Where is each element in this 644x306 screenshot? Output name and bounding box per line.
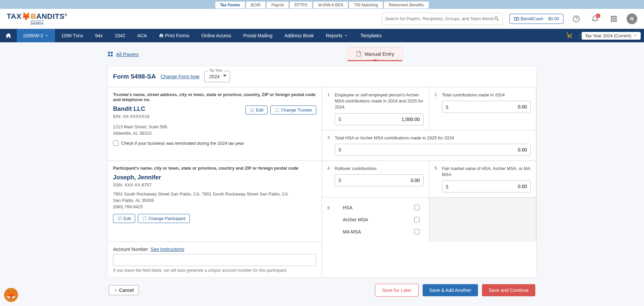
help-icon xyxy=(573,15,580,23)
nav-item-address-book[interactable]: Address Book xyxy=(278,29,320,42)
save-for-later-button[interactable]: Save for Later xyxy=(375,284,419,297)
account-helper: If you leave the field blank, we will au… xyxy=(113,268,316,273)
box-5-input[interactable]: $ xyxy=(442,180,531,192)
home-icon xyxy=(5,32,12,39)
edit-participant-button[interactable]: Edit xyxy=(113,214,135,223)
form-card: Form 5498-SA Change Form type Tax Year 2… xyxy=(107,66,537,278)
svg-point-4 xyxy=(613,16,614,17)
notification-button[interactable]: 1 xyxy=(589,13,601,25)
top-tab-retirement-benefits[interactable]: Retirement Benefits xyxy=(384,1,429,8)
chevron-down-icon xyxy=(44,33,49,38)
nav-item-online-access[interactable]: Online Access xyxy=(195,29,237,42)
ma-msa-checkbox[interactable] xyxy=(414,229,420,234)
top-tab-boir[interactable]: BOIR xyxy=(246,1,266,8)
bandit-cash[interactable]: BanditCash: $0.00 xyxy=(509,14,564,24)
nav-item-reports[interactable]: Reports xyxy=(320,29,355,42)
nav-item-templates[interactable]: Templates xyxy=(355,29,388,42)
tax-year-selector[interactable]: Tax Year 2024 (Current) xyxy=(582,32,641,40)
nav-item-aca[interactable]: ACA xyxy=(131,29,153,42)
top-tab-strip: Tax FormsBOIRPayrollEFTPSW-9/W-8 BENTIN … xyxy=(0,0,644,9)
nav-item-1099-txns[interactable]: 1099 Txns xyxy=(55,29,89,42)
nav-divider: | xyxy=(578,33,582,38)
nav-item-postal-mailing[interactable]: Postal Mailing xyxy=(237,29,278,42)
help-button[interactable] xyxy=(570,13,582,25)
disabled-cell xyxy=(429,198,537,242)
participant-phone: (090) 768-9425 xyxy=(113,204,316,209)
empty-cell xyxy=(322,242,536,277)
svg-point-3 xyxy=(611,16,612,17)
print-icon xyxy=(159,33,164,38)
nav-item-94x[interactable]: 94x xyxy=(89,29,109,42)
account-label: Account Number xyxy=(113,247,148,252)
cart-icon xyxy=(566,32,573,39)
archer-msa-checkbox[interactable] xyxy=(414,217,420,222)
change-trustee-button[interactable]: Change Trustee xyxy=(270,105,316,115)
svg-point-5 xyxy=(615,16,617,17)
trustee-name: Bandit LLC xyxy=(113,105,149,113)
nav-home[interactable] xyxy=(0,32,17,39)
save-continue-button[interactable]: Save and Continue xyxy=(482,284,535,296)
see-instructions-link[interactable]: See Instructions xyxy=(151,247,184,252)
top-tab-payroll[interactable]: Payroll xyxy=(266,1,289,8)
edit-icon xyxy=(250,108,255,113)
all-payers-link[interactable]: All Payers xyxy=(107,51,139,57)
grid-icon xyxy=(107,51,113,57)
account-number-input[interactable] xyxy=(113,254,316,266)
cancel-button[interactable]: Cancel xyxy=(109,285,139,295)
svg-rect-12 xyxy=(108,52,110,53)
avatar[interactable]: R xyxy=(627,13,637,24)
save-add-another-button[interactable]: Save & Add Another xyxy=(423,284,478,296)
box-5: 5 Fair market value of HSA, Archer MSA, … xyxy=(429,161,537,198)
box-3: 3 Total HSA or Archer MSA contributions … xyxy=(322,130,536,161)
box-1-input[interactable]: $ xyxy=(335,113,424,125)
top-tab-tin-matching[interactable]: TIN Matching xyxy=(349,1,383,8)
search-box[interactable] xyxy=(382,13,503,25)
box-2: 2 Total contributions made in 2024 $ xyxy=(429,87,537,130)
svg-point-11 xyxy=(615,20,617,21)
chevron-down-icon xyxy=(344,33,348,38)
change-participant-button[interactable]: Change Participant xyxy=(138,214,190,223)
svg-point-1 xyxy=(516,18,517,19)
edit-trustee-button[interactable]: Edit xyxy=(246,105,268,115)
search-input[interactable] xyxy=(385,16,494,21)
apps-icon xyxy=(610,15,618,23)
box-3-input[interactable]: $ xyxy=(335,144,531,156)
trustee-ein: EIN: XX-XXXXX16 xyxy=(113,114,149,119)
participant-section: Participant's name, city or town, state … xyxy=(108,161,322,242)
participant-addr2: San Pablo, AL 35006 xyxy=(113,198,316,203)
top-tab-tax-forms[interactable]: Tax Forms xyxy=(215,1,245,8)
svg-rect-15 xyxy=(111,55,113,56)
participant-addr1: 7901 South Rockaway Street San Pablo, CA… xyxy=(113,191,316,196)
account-section: Account Number See Instructions If you l… xyxy=(108,242,322,277)
form-title: Form 5498-SA xyxy=(113,73,156,80)
svg-rect-14 xyxy=(108,55,110,56)
trustee-section: Trustee's name, street address, city or … xyxy=(108,87,322,161)
search-icon xyxy=(494,16,500,22)
nav-item-1042[interactable]: 1042 xyxy=(109,29,131,42)
nav-item-1099-w-2[interactable]: 1099/W-2 xyxy=(17,29,55,42)
top-tab-w-9-w-8-ben[interactable]: W-9/W-8 BEN xyxy=(313,1,348,8)
cash-icon xyxy=(514,16,519,21)
box-6: 6 HSA Archer MSA MA MSA xyxy=(322,198,429,242)
svg-point-8 xyxy=(615,18,617,19)
cart-button[interactable] xyxy=(561,32,578,40)
box-4: 4 Rollover contributions $ xyxy=(322,161,429,198)
main-nav: 1099/W-21099 Txns94x1042ACAPrint FormsOn… xyxy=(0,29,644,42)
swap-icon xyxy=(142,216,147,221)
change-form-type-link[interactable]: Change Form type xyxy=(161,74,200,79)
hsa-checkbox[interactable] xyxy=(414,205,420,210)
tax-year-dropdown[interactable]: Tax Year 2024 xyxy=(204,71,230,82)
support-widget[interactable]: 🦊 xyxy=(4,288,18,302)
apps-button[interactable] xyxy=(608,13,620,25)
nav-item-print-forms[interactable]: Print Forms xyxy=(153,29,195,42)
svg-point-10 xyxy=(613,20,614,21)
terminated-label: Check if your business was terminated du… xyxy=(121,141,244,146)
manual-entry-tab[interactable]: Manual Entry xyxy=(347,47,402,61)
box-4-input[interactable]: $ xyxy=(335,174,424,186)
box-2-input[interactable]: $ xyxy=(442,101,531,113)
chevron-down-icon xyxy=(633,34,637,38)
terminated-checkbox[interactable] xyxy=(113,140,118,146)
top-tab-eftps[interactable]: EFTPS xyxy=(289,1,313,8)
notification-badge: 1 xyxy=(596,13,600,18)
logo[interactable]: TAX🦊BANDITS® Sandbox xyxy=(7,12,67,25)
